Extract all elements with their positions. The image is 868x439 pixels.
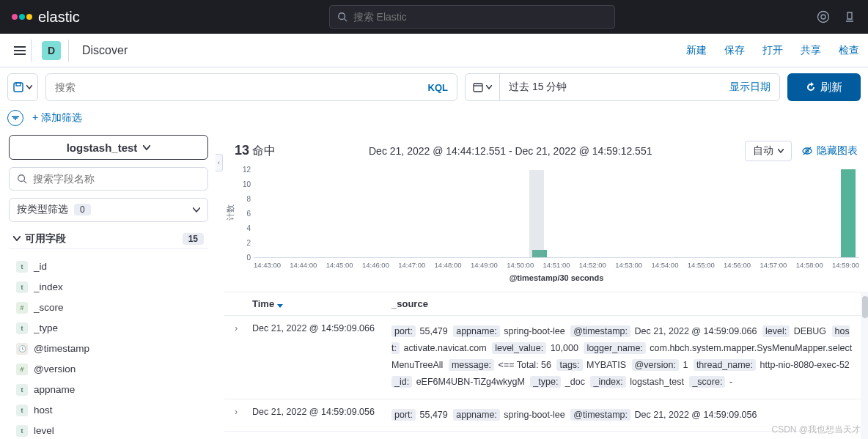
header-action-共享[interactable]: 共享: [801, 44, 821, 57]
svg-line-1: [344, 19, 347, 22]
table-header: Time _source: [224, 292, 868, 316]
field-item[interactable]: tappname: [9, 380, 208, 400]
scrollbar[interactable]: [861, 292, 868, 439]
newsfeed-icon[interactable]: [843, 10, 856, 23]
svg-line-12: [24, 181, 27, 184]
source-key: appname:: [453, 325, 500, 337]
chevron-down-icon: [143, 145, 150, 150]
x-tick: 14:50:00: [507, 261, 534, 269]
column-time[interactable]: Time: [252, 298, 391, 309]
svg-point-11: [18, 175, 25, 182]
field-name: level: [34, 425, 54, 436]
field-item[interactable]: t_id: [9, 257, 208, 277]
elastic-logo[interactable]: elastic: [12, 9, 80, 26]
scroll-thumb[interactable]: [862, 296, 868, 318]
field-type-icon: t: [16, 322, 28, 334]
available-fields-header[interactable]: 可用字段 15: [9, 229, 208, 249]
expand-row-button[interactable]: ›: [235, 407, 252, 424]
x-tick: 14:56:00: [724, 261, 751, 269]
field-type-icon: #: [16, 302, 28, 314]
table-row: ›Dec 21, 2022 @ 14:59:09.066port: 55,479…: [224, 316, 868, 399]
date-range-text[interactable]: 过去 15 分钟: [500, 81, 721, 94]
x-tick: 14:55:00: [688, 261, 715, 269]
field-item[interactable]: t_type: [9, 318, 208, 339]
source-key: @timestamp:: [570, 409, 630, 421]
field-item[interactable]: 🕓@timestamp: [9, 339, 208, 359]
field-search: [9, 167, 208, 191]
interval-selector[interactable]: 自动: [745, 141, 792, 161]
source-value: 1: [683, 360, 688, 370]
space-selector[interactable]: D: [42, 41, 61, 60]
global-search-input[interactable]: [353, 11, 607, 23]
hide-chart-button[interactable]: 隐藏图表: [802, 144, 858, 158]
field-item[interactable]: t_index: [9, 277, 208, 298]
svg-rect-8: [16, 83, 21, 86]
histogram-bar[interactable]: [841, 169, 856, 257]
source-value: http-nio-8080-exec-52: [760, 360, 850, 370]
filter-bar: + 添加筛选: [0, 107, 868, 135]
type-filter-label: 按类型筛选: [17, 203, 68, 215]
expand-row-button[interactable]: ›: [235, 323, 252, 391]
field-item[interactable]: #@version: [9, 359, 208, 380]
x-axis-label: @timestamp/30 seconds: [254, 269, 859, 282]
filter-options-button[interactable]: [7, 110, 23, 126]
refresh-button[interactable]: 刷新: [787, 73, 861, 101]
date-quick-button[interactable]: [466, 74, 500, 100]
source-value: logstash_test: [630, 377, 684, 387]
add-filter-button[interactable]: + 添加筛选: [32, 111, 82, 125]
field-name: appname: [34, 384, 75, 395]
header-action-检查[interactable]: 检查: [839, 44, 859, 57]
time-brush[interactable]: [529, 170, 545, 257]
source-key: thread_name:: [694, 359, 756, 371]
query-bar: KQL 过去 15 分钟 显示日期 刷新: [0, 67, 868, 107]
source-key: port:: [391, 409, 416, 421]
field-name: _score: [34, 302, 64, 313]
available-fields-label: 可用字段: [25, 232, 66, 246]
docs-table: Time _source ›Dec 21, 2022 @ 14:59:09.06…: [224, 292, 868, 439]
header-action-保存[interactable]: 保存: [724, 44, 745, 57]
x-tick: 14:54:00: [651, 261, 678, 269]
field-item[interactable]: #_score: [9, 298, 208, 318]
resize-handle[interactable]: ‹: [217, 135, 224, 439]
header-action-打开[interactable]: 打开: [762, 44, 783, 57]
filter-icon: [12, 114, 19, 122]
index-pattern-selector[interactable]: logstash_test: [9, 135, 208, 160]
results-panel: 13 命中 Dec 21, 2022 @ 14:44:12.551 - Dec …: [224, 135, 868, 439]
source-key: @version:: [632, 359, 679, 371]
field-name: @timestamp: [34, 343, 89, 354]
field-item[interactable]: tlevel: [9, 421, 208, 439]
source-value: <== Total: 56: [499, 360, 551, 370]
help-icon[interactable]: [817, 10, 830, 23]
histogram-chart[interactable]: 计数 121086420 14:43:0014:44:0014:45:0014:…: [224, 167, 868, 292]
query-options-button[interactable]: [7, 73, 38, 101]
x-tick: 14:51:00: [543, 261, 570, 269]
global-search[interactable]: [329, 5, 615, 29]
show-dates-link[interactable]: 显示日期: [721, 81, 779, 94]
y-tick: 4: [236, 224, 251, 232]
row-time: Dec 21, 2022 @ 14:59:09.066: [252, 323, 391, 391]
chevron-down-icon: [778, 149, 784, 153]
source-key: logger_name:: [584, 342, 645, 354]
query-input[interactable]: [55, 81, 428, 93]
x-tick: 14:45:00: [326, 261, 353, 269]
collapse-sidebar-button[interactable]: ‹: [216, 154, 223, 171]
query-language-switch[interactable]: KQL: [428, 82, 448, 93]
column-source[interactable]: _source: [391, 298, 858, 309]
field-type-icon: 🕓: [16, 343, 28, 355]
x-tick: 14:49:00: [471, 261, 498, 269]
header-action-新建[interactable]: 新建: [686, 44, 707, 57]
source-key: level_value:: [492, 342, 546, 354]
nav-menu-button[interactable]: [9, 40, 31, 62]
source-value: _doc: [565, 377, 585, 387]
svg-point-2: [818, 12, 829, 23]
x-tick: 14:53:00: [615, 261, 642, 269]
x-tick: 14:48:00: [435, 261, 462, 269]
field-type-icon: t: [16, 405, 28, 416]
source-value: 55,479: [420, 410, 448, 420]
field-search-input[interactable]: [33, 173, 200, 185]
interval-label: 自动: [753, 144, 773, 158]
field-item[interactable]: thost: [9, 400, 208, 421]
app-title: Discover: [82, 44, 128, 57]
field-type-filter[interactable]: 按类型筛选 0: [9, 198, 208, 221]
x-tick: 14:57:00: [760, 261, 787, 269]
